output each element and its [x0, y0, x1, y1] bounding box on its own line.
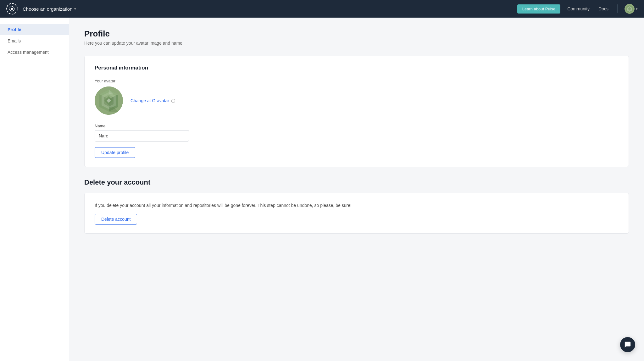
avatar-image [95, 86, 123, 115]
personal-info-title: Personal information [95, 65, 619, 71]
docs-link[interactable]: Docs [597, 6, 610, 11]
avatar-row: Change at Gravatar ◯ [95, 86, 619, 115]
org-selector[interactable]: Choose an organization ▾ [23, 6, 76, 12]
main-content: Profile Here you can update your avatar … [69, 18, 644, 361]
avatar-label: Your avatar [95, 79, 619, 83]
change-gravatar-label: Change at Gravatar [130, 98, 169, 103]
user-menu[interactable]: ▾ [625, 4, 638, 14]
sidebar: Profile Emails Access management [0, 18, 69, 361]
delete-account-button[interactable]: Delete account [95, 214, 137, 225]
svg-point-1 [11, 8, 13, 10]
sidebar-item-access-management[interactable]: Access management [0, 47, 69, 58]
user-caret-icon: ▾ [636, 7, 638, 11]
delete-account-title: Delete your account [84, 178, 629, 186]
community-link[interactable]: Community [565, 6, 591, 11]
change-gravatar-link[interactable]: Change at Gravatar ◯ [130, 98, 175, 103]
chat-support-button[interactable] [620, 337, 635, 352]
header-divider [617, 4, 618, 13]
name-input[interactable] [95, 130, 189, 142]
page-title: Profile [84, 29, 629, 39]
avatar [625, 4, 635, 14]
page-subtitle: Here you can update your avatar image an… [84, 41, 629, 46]
sidebar-item-emails[interactable]: Emails [0, 35, 69, 47]
external-link-icon: ◯ [171, 98, 175, 103]
app-logo [6, 3, 18, 14]
org-dropdown-arrow: ▾ [74, 7, 76, 11]
delete-warning-text: If you delete your account all your info… [95, 202, 619, 209]
org-label: Choose an organization [23, 6, 72, 12]
main-layout: Profile Emails Access management Profile… [0, 18, 644, 361]
personal-info-card: Personal information Your avatar [84, 56, 629, 167]
update-profile-button[interactable]: Update profile [95, 147, 135, 158]
sidebar-item-profile[interactable]: Profile [0, 24, 69, 35]
delete-account-card: If you delete your account all your info… [84, 193, 629, 234]
header: Choose an organization ▾ Learn about Pul… [0, 0, 644, 18]
name-field-label: Name [95, 124, 619, 128]
learn-pulse-button[interactable]: Learn about Pulse [517, 4, 561, 14]
